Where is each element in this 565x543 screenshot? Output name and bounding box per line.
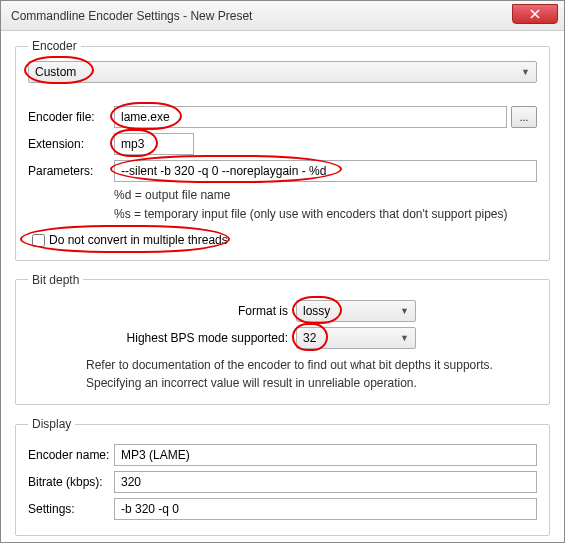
multithread-checkbox[interactable] xyxy=(32,234,45,247)
format-value: lossy xyxy=(303,304,330,318)
encoder-name-label: Encoder name: xyxy=(28,448,114,462)
close-icon xyxy=(530,9,540,19)
encoder-file-input[interactable] xyxy=(114,106,507,128)
chevron-down-icon: ▼ xyxy=(400,306,409,316)
bitdepth-legend: Bit depth xyxy=(28,273,83,287)
titlebar: Commandline Encoder Settings - New Prese… xyxy=(1,1,564,31)
chevron-down-icon: ▼ xyxy=(400,333,409,343)
encoder-file-label: Encoder file: xyxy=(28,110,114,124)
encoder-name-input[interactable] xyxy=(114,444,537,466)
hint-tempfile: %s = temporary input file (only use with… xyxy=(114,206,537,223)
display-legend: Display xyxy=(28,417,75,431)
bps-label: Highest BPS mode supported: xyxy=(28,331,288,345)
format-select[interactable]: lossy ▼ xyxy=(296,300,416,322)
multithread-label: Do not convert in multiple threads xyxy=(49,233,228,247)
browse-button[interactable]: ... xyxy=(511,106,537,128)
extension-input[interactable] xyxy=(114,133,194,155)
settings-label: Settings: xyxy=(28,502,114,516)
parameters-input[interactable] xyxy=(114,160,537,182)
format-label: Format is xyxy=(28,304,288,318)
bitrate-input[interactable] xyxy=(114,471,537,493)
encoder-legend: Encoder xyxy=(28,39,81,53)
bps-select[interactable]: 32 ▼ xyxy=(296,327,416,349)
close-button[interactable] xyxy=(512,4,558,24)
display-fieldset: Display Encoder name: Bitrate (kbps): Se… xyxy=(15,417,550,536)
hint-output: %d = output file name xyxy=(114,187,537,204)
preset-dropdown-value: Custom xyxy=(35,65,76,79)
browse-label: ... xyxy=(520,112,528,123)
bitdepth-fieldset: Bit depth Format is lossy ▼ Highest BPS … xyxy=(15,273,550,406)
bitdepth-note1: Refer to documentation of the encoder to… xyxy=(86,357,537,374)
encoder-fieldset: Encoder Custom ▼ Encoder file: ... Exten… xyxy=(15,39,550,261)
bitrate-label: Bitrate (kbps): xyxy=(28,475,114,489)
settings-input[interactable] xyxy=(114,498,537,520)
bps-value: 32 xyxy=(303,331,316,345)
window-title: Commandline Encoder Settings - New Prese… xyxy=(11,9,252,23)
extension-label: Extension: xyxy=(28,137,114,151)
parameters-label: Parameters: xyxy=(28,164,114,178)
bitdepth-note2: Specifying an incorrect value will resul… xyxy=(86,375,537,392)
preset-dropdown[interactable]: Custom ▼ xyxy=(28,61,537,83)
chevron-down-icon: ▼ xyxy=(521,67,530,77)
